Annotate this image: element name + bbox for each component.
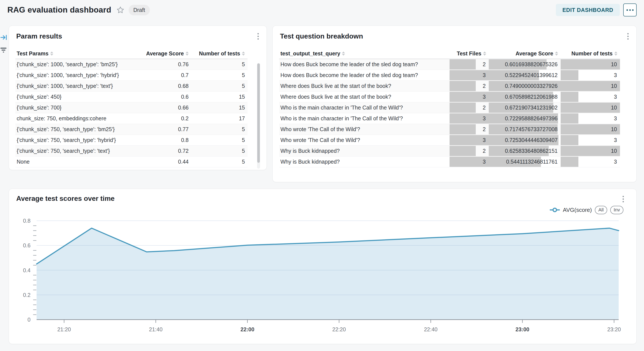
column-header-test-query[interactable]: test_output_test_query: [279, 48, 450, 59]
cell-test-params: {'chunk_size': 750, 'search_type': 'bm25…: [15, 124, 139, 135]
y-tick-label: 0.8: [23, 218, 30, 224]
cell-average-score: 0.6016938820675326: [489, 59, 561, 70]
more-options-button[interactable]: [623, 3, 637, 16]
cell-average-score: 0.7: [139, 70, 191, 81]
top-header: RAG evaluation dashboard Draft EDIT DASH…: [0, 0, 644, 20]
sort-icon: [483, 51, 486, 56]
x-tick-label: 22:20: [332, 326, 346, 333]
cell-average-score: 0.6: [139, 91, 191, 102]
table-scrollbar-thumb[interactable]: [257, 63, 260, 163]
cell-number-of-tests: 3: [561, 113, 620, 124]
column-header-average-score[interactable]: Average Score: [489, 48, 561, 59]
question-breakdown-card: Test question breakdown test_output_test…: [272, 25, 637, 182]
table-row: {'chunk_size': 1000, 'search_type': 'tex…: [15, 81, 248, 91]
column-header-test-params[interactable]: Test Params: [15, 48, 139, 59]
cell-test-query: How does Buck become the leader of the s…: [279, 70, 450, 81]
sort-icon: [614, 51, 617, 56]
cell-test-files: 3: [450, 70, 489, 81]
cell-average-score: 0.76: [139, 59, 191, 70]
status-badge: Draft: [129, 5, 150, 15]
page-title: RAG evaluation dashboard: [7, 5, 111, 14]
table-row: {'chunk_size': 1000, 'search_type': 'bm2…: [15, 59, 248, 70]
column-header-number-of-tests[interactable]: Number of tests: [561, 48, 620, 59]
cell-number-of-tests: 5: [191, 59, 248, 70]
cell-average-score: 0.7174576733727008: [489, 124, 561, 135]
table-row: {'chunk_size': 450}0.615: [15, 91, 248, 102]
table-row: Who is the main character in 'The Call o…: [279, 102, 620, 113]
cell-average-score: 0.68: [139, 81, 191, 91]
y-tick-label: 0.2: [23, 292, 30, 298]
cell-test-files: 2: [450, 124, 489, 135]
cell-test-params: {'chunk_size': 1000, 'search_type': 'bm2…: [15, 59, 139, 70]
scores-chart-card: Average test scores over time AVG(score)…: [9, 189, 637, 344]
cell-test-files: 3: [450, 113, 489, 124]
cell-average-score: 0.5229452401399612: [489, 70, 561, 81]
cell-number-of-tests: 3: [561, 70, 620, 81]
param-results-card: Param results Test Params Average Score …: [9, 25, 267, 170]
cell-test-query: Who wrote 'The Call of the Wild'?: [279, 124, 450, 135]
favorite-star-icon[interactable]: [116, 6, 124, 14]
table-row: Why is Buck kidnapped?30.544111324681176…: [279, 156, 620, 167]
table-row: Who wrote 'The Call of the Wild'?30.7253…: [279, 135, 620, 146]
param-results-table: Test Params Average Score Number of test…: [15, 48, 248, 167]
cell-test-query: Where does Buck live at the start of the…: [279, 81, 450, 91]
cell-test-query: Who is the main character in 'The Call o…: [279, 113, 450, 124]
table-row: How does Buck become the leader of the s…: [279, 59, 620, 70]
sort-icon: [186, 51, 188, 56]
table-row: {'chunk_size': 700}0.6615: [15, 102, 248, 113]
cell-test-query: Who wrote 'The Call of the Wild'?: [279, 135, 450, 146]
column-header-test-files[interactable]: Test Files: [450, 48, 489, 59]
x-tick-label: 21:20: [58, 326, 71, 333]
cell-test-files: 2: [450, 102, 489, 113]
cell-test-params: {'chunk_size': 700}: [15, 102, 139, 113]
table-scrollbar-track[interactable]: [257, 63, 260, 169]
cell-test-files: 3: [450, 156, 489, 167]
x-tick-label: 22:00: [240, 326, 254, 333]
cell-test-query: Why is Buck kidnapped?: [279, 156, 450, 167]
x-tick-label: 22:40: [424, 326, 438, 333]
collapse-panel-icon[interactable]: [0, 34, 8, 41]
column-header-average-score[interactable]: Average Score: [139, 48, 191, 59]
header-actions: EDIT DASHBOARD: [556, 3, 637, 16]
cell-test-query: Why is Buck kidnapped?: [279, 146, 450, 156]
cell-average-score: 0.7490000003327926: [489, 81, 561, 91]
y-tick-label: 0: [28, 317, 30, 323]
x-tick-label: 23:00: [516, 326, 530, 333]
cell-test-params: None: [15, 156, 139, 167]
sort-icon: [342, 51, 345, 56]
table-row: {'chunk_size': 750, 'search_type': 'hybr…: [15, 135, 248, 146]
cell-number-of-tests: 5: [191, 146, 248, 156]
scores-line-chart[interactable]: 00.20.40.60.821:2021:4022:0022:2022:4023…: [9, 189, 637, 344]
table-row: {'chunk_size': 750, 'search_type': 'bm25…: [15, 124, 248, 135]
cell-average-score: 0.6705898212061988: [489, 91, 561, 102]
question-card-menu-button[interactable]: [626, 32, 630, 41]
question-breakdown-table: test_output_test_query Test Files Averag…: [279, 48, 620, 167]
filter-icon[interactable]: [0, 46, 7, 54]
cell-average-score: 0.7229588826497396: [489, 113, 561, 124]
column-header-number-of-tests[interactable]: Number of tests: [191, 48, 248, 59]
cell-test-params: {'chunk_size': 1000, 'search_type': 'hyb…: [15, 70, 139, 81]
cell-number-of-tests: 17: [191, 113, 248, 124]
cell-test-params: {'chunk_size': 750, 'search_type': 'text…: [15, 146, 139, 156]
cell-test-files: 2: [450, 81, 489, 91]
cell-average-score: 0.2: [139, 113, 191, 124]
sort-icon: [242, 51, 245, 56]
param-card-menu-button[interactable]: [256, 32, 260, 41]
cell-number-of-tests: 3: [561, 135, 620, 146]
cell-average-score: 0.44: [139, 156, 191, 167]
cell-number-of-tests: 5: [191, 70, 248, 81]
table-row: Who is the main character in 'The Call o…: [279, 113, 620, 124]
cell-test-params: {'chunk_size': 1000, 'search_type': 'tex…: [15, 81, 139, 91]
x-tick-label: 23:20: [608, 326, 621, 333]
edit-dashboard-button[interactable]: EDIT DASHBOARD: [556, 4, 620, 16]
cell-test-query: Who is the main character in 'The Call o…: [279, 102, 450, 113]
table-row: None0.445: [15, 156, 248, 167]
cell-number-of-tests: 5: [191, 81, 248, 91]
x-tick-label: 21:40: [149, 326, 162, 333]
cell-average-score: 0.66: [139, 102, 191, 113]
cell-number-of-tests: 10: [561, 81, 620, 91]
table-row: {'chunk_size': 750, 'search_type': 'text…: [15, 146, 248, 156]
sort-icon: [555, 51, 558, 56]
cell-average-score: 0.8: [139, 135, 191, 146]
cell-number-of-tests: 3: [561, 156, 620, 167]
